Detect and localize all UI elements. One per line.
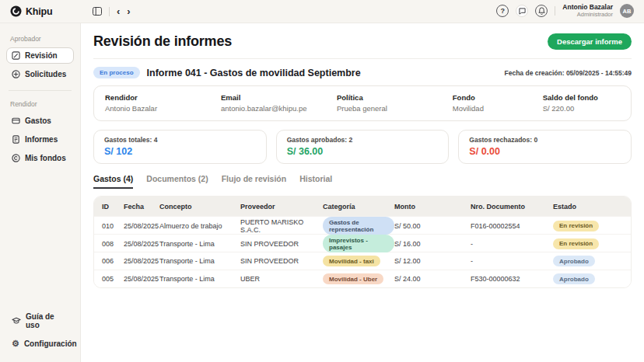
info-value: Prueba general — [337, 104, 453, 113]
help-icon[interactable]: ? — [496, 5, 509, 17]
cell-id: 006 — [102, 257, 124, 265]
state-badge: En revisión — [553, 221, 599, 231]
sidebar-item-configuracion[interactable]: ⚙ Configuración — [6, 336, 74, 352]
table-row: 005 25/08/2025 Transporte - Lima UBER Mo… — [94, 270, 631, 287]
sidebar-item-label: Solicitudes — [25, 70, 66, 78]
table-row: 006 25/08/2025 Transporte - Lima SIN PRO… — [94, 252, 631, 270]
info-field-rendidor: Rendidor Antonio Bazalar — [105, 93, 221, 113]
gear-icon: ⚙ — [12, 339, 19, 348]
cell-monto: S/ 50.00 — [394, 222, 471, 230]
info-field-fondo: Fondo Movilidad — [453, 93, 543, 113]
document-icon — [12, 135, 20, 144]
sidebar-item-label: Configuración — [24, 339, 77, 348]
cell-concepto: Almuerzo de trabajo — [159, 222, 240, 230]
col-header-fecha: Fecha — [124, 203, 159, 211]
category-badge: Gastos de representación — [323, 217, 394, 235]
report-info-card: Rendidor Antonio Bazalar Email antonio.b… — [93, 85, 632, 121]
col-header-monto: Monto — [394, 203, 471, 211]
stat-label: Gastos totales: 4 — [104, 136, 256, 144]
download-report-button[interactable]: Descargar informe — [548, 33, 632, 50]
stat-label: Gastos aprobados: 2 — [287, 136, 439, 144]
sidebar-item-mis-fondos[interactable]: Mis fondos — [6, 150, 74, 166]
category-badge: Imprevistos - pasajes — [323, 235, 394, 252]
cell-fecha: 25/08/2025 — [124, 257, 159, 265]
report-created-date: Fecha de creación: 05/09/2025 - 14:55:49 — [505, 69, 632, 77]
cell-id: 005 — [102, 275, 124, 283]
top-bar: Khipu ‹ › ? Antonio Bazalar Administrado… — [0, 0, 644, 23]
cell-monto: S/ 24.00 — [394, 275, 471, 283]
status-badge: En proceso — [93, 67, 140, 78]
info-label: Email — [221, 93, 337, 102]
cell-proveedor: SIN PROVEEDOR — [240, 240, 323, 248]
sidebar-toggle-icon[interactable] — [93, 7, 102, 16]
col-header-concepto: Concepto — [159, 203, 240, 211]
stat-value: S/ 36.00 — [287, 146, 439, 157]
requests-icon — [12, 70, 20, 78]
info-label: Fondo — [453, 93, 543, 102]
stat-label: Gastos rechazados: 0 — [469, 136, 621, 144]
chat-icon[interactable] — [516, 5, 528, 17]
info-value: Movilidad — [453, 104, 543, 113]
user-divider — [555, 6, 555, 16]
sidebar-item-label: Gastos — [25, 117, 51, 125]
info-value: S/ 220.00 — [543, 104, 620, 113]
sidebar-item-revision[interactable]: Revisión — [6, 47, 74, 64]
sidebar-item-label: Informes — [25, 135, 58, 144]
expenses-table: ID Fecha Concepto Proveedor Categoría Mo… — [93, 196, 632, 288]
cell-documento: F016-00002554 — [471, 222, 553, 230]
tab-historial[interactable]: Historial — [299, 174, 332, 189]
cell-monto: S/ 12.00 — [394, 257, 471, 265]
header-divider — [93, 58, 632, 59]
user-menu[interactable]: Antonio Bazalar Administrador — [562, 4, 613, 18]
cell-concepto: Transporte - Lima — [159, 257, 240, 265]
tab-documentos[interactable]: Documentos (2) — [146, 174, 208, 189]
category-badge: Movilidad - Uber — [323, 273, 383, 284]
graduation-cap-icon — [12, 317, 21, 325]
edit-icon — [12, 51, 20, 60]
stat-value: S/ 102 — [104, 146, 256, 157]
category-badge: Movilidad - taxi — [323, 256, 380, 266]
sidebar-item-gastos[interactable]: Gastos — [6, 113, 74, 129]
cell-id: 008 — [102, 240, 124, 248]
cell-fecha: 25/08/2025 — [124, 240, 159, 248]
state-badge: Aprobado — [553, 256, 595, 266]
sidebar-item-label: Revisión — [25, 51, 58, 60]
page-title: Revisión de informes — [93, 33, 232, 50]
stat-card-totales: Gastos totales: 4 S/ 102 — [93, 130, 267, 164]
stat-card-rechazados: Gastos rechazados: 0 S/ 0.00 — [458, 130, 632, 164]
info-field-email: Email antonio.bazalar@khipu.pe — [221, 93, 337, 113]
col-header-estado: Estado — [553, 203, 632, 211]
tab-flujo-de-revision[interactable]: Flujo de revisión — [222, 174, 286, 189]
stat-card-aprobados: Gastos aprobados: 2 S/ 36.00 — [276, 130, 450, 164]
col-header-proveedor: Proveedor — [240, 203, 323, 211]
info-label: Rendidor — [105, 93, 221, 102]
card-icon — [12, 117, 20, 125]
cell-concepto: Transporte - Lima — [159, 240, 240, 248]
nav-forward-icon[interactable]: › — [127, 6, 130, 16]
sidebar-item-solicitudes[interactable]: Solicitudes — [6, 66, 74, 82]
table-header-row: ID Fecha Concepto Proveedor Categoría Mo… — [94, 197, 631, 216]
tabs-bar: Gastos (4) Documentos (2) Flujo de revis… — [93, 174, 632, 189]
stat-value: S/ 0.00 — [469, 146, 621, 157]
info-value: antonio.bazalar@khipu.pe — [221, 104, 337, 113]
sidebar-item-guia-de-uso[interactable]: Guía de uso — [6, 308, 74, 333]
info-field-politica: Política Prueba general — [337, 93, 453, 113]
state-badge: Aprobado — [553, 273, 595, 284]
khipu-logo-icon — [10, 5, 22, 17]
nav-back-icon[interactable]: ‹ — [117, 6, 120, 16]
notifications-bell-icon[interactable] — [535, 5, 548, 17]
sidebar-item-label: Mis fondos — [25, 154, 66, 162]
cell-proveedor: SIN PROVEEDOR — [240, 257, 323, 265]
cell-documento: - — [471, 240, 553, 248]
sidebar-item-informes[interactable]: Informes — [6, 131, 74, 148]
table-row: 010 25/08/2025 Almuerzo de trabajo PUERT… — [94, 216, 631, 234]
avatar[interactable]: AB — [620, 4, 634, 18]
info-label: Saldo del fondo — [543, 93, 620, 102]
cell-proveedor: UBER — [240, 275, 323, 283]
cell-id: 010 — [102, 222, 124, 230]
brand-logo: Khipu — [0, 5, 81, 17]
tab-gastos[interactable]: Gastos (4) — [93, 174, 133, 189]
sidebar-section-aprobador: Aprobador — [10, 35, 74, 43]
main-content: Revisión de informes Descargar informe E… — [81, 23, 644, 362]
brand-name: Khipu — [26, 6, 52, 17]
